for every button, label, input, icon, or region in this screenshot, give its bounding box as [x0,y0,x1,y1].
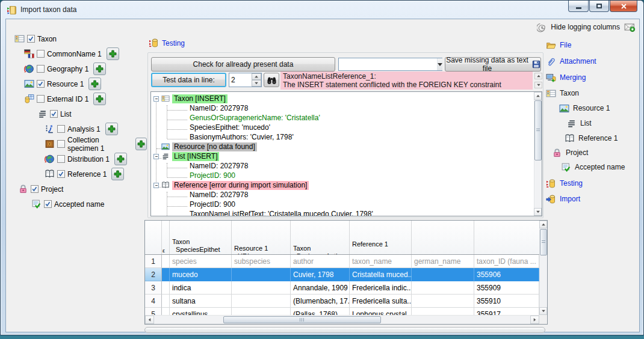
spinner-up-button[interactable] [252,73,261,80]
analysis-checkbox[interactable] [57,125,65,133]
combobox-dropdown-button[interactable] [437,58,442,70]
error-scroll-up-button[interactable] [534,73,542,79]
grid-horizontal-scrollbar[interactable] [145,315,539,324]
grid-cell[interactable]: Annandale, 1909 [291,281,350,295]
table-row[interactable]: 3 indica Annandale, 1909 Fredericella in… [145,281,539,295]
check-present-data-button[interactable]: Check for allready present data [151,57,335,72]
grid-header-cell[interactable] [474,221,539,254]
grid-cell[interactable]: subspecies [232,255,291,268]
list-checkbox[interactable] [50,110,58,118]
sim-leaf[interactable]: TaxonNameListRefText: 'Cristatella muced… [151,209,533,216]
add-distribution-button[interactable] [114,153,127,165]
grid-cell[interactable]: 355906 [474,268,539,281]
sim-leaf[interactable]: SpeciesEpithet: 'mucedo' [151,123,533,132]
grid-cell[interactable]: indica [170,281,232,295]
add-collection-specimen-button[interactable] [135,138,147,150]
grid-cell[interactable] [412,268,474,281]
sim-leaf[interactable]: ProjectID: 900 [151,200,533,209]
sidebar-item-list[interactable]: List [566,117,592,129]
sim-node-list[interactable]: List [INSERT] [151,151,533,161]
table-row-selected[interactable]: 2 mucedo Cuvier, 1798 Cristatella muced.… [145,268,539,281]
grid-cell[interactable]: Lophopus crystal... [350,308,412,315]
grid-cell[interactable] [232,281,291,295]
grid-cell[interactable]: Fredericella sulta... [350,295,412,308]
accepted-name-checkbox[interactable] [44,200,52,208]
row-number[interactable]: 5 [145,308,162,315]
grid-cell[interactable] [232,268,291,281]
scrollbar-thumb[interactable] [223,316,381,323]
grid-cell[interactable]: 355910 [474,295,539,308]
sim-leaf[interactable]: BasionymAuthors: 'Cuvier, 1798' [151,132,533,142]
grid-header-cell[interactable]: Reference 1TaxonNameListRef [350,221,412,254]
save-missing-data-button[interactable]: Save missing data as text file [445,57,541,72]
grid-cell[interactable]: Cristatella muced... [350,268,412,281]
grid-header-cell[interactable]: Taxon SpeciesEpithetReference 1 Referenc… [170,221,232,254]
sim-node-resource[interactable]: Resource [no data found] [151,142,533,151]
line-number-input[interactable] [229,73,249,87]
search-binoculars-button[interactable] [264,73,279,87]
sim-leaf[interactable]: NameID: 2027978 [151,103,533,113]
sidebar-item-testing[interactable]: Testing [546,177,583,189]
present-data-combobox-input[interactable] [339,58,437,70]
sidebar-item-accepted-name[interactable]: Accepted name [561,161,625,173]
scroll-up-button[interactable] [539,221,547,228]
add-reference-button[interactable] [111,168,124,180]
simulation-tree-scrollbar[interactable] [534,92,542,216]
distribution-checkbox[interactable] [57,155,65,163]
sidebar-item-file[interactable]: File [546,39,571,51]
sim-leaf[interactable]: GenusOrSupragenericName: 'Cristatella' [151,113,533,123]
grid-cell[interactable]: (Blumenbach, 17... [291,295,350,308]
sidebar-item-taxon[interactable]: Taxon [546,87,579,99]
sidebar-item-attachment[interactable]: Attachment [546,55,596,67]
reference-checkbox[interactable] [57,170,65,178]
minimize-button[interactable] [568,1,589,12]
table-row[interactable]: 1 species subspecies author taxon_name g… [145,255,539,268]
grid-cell[interactable]: german_name [412,255,474,268]
sidebar-item-import[interactable]: Import [546,193,580,205]
sim-node-taxon[interactable]: Taxon [INSERT] [151,94,533,103]
add-geography-button[interactable] [93,63,106,75]
grid-cell[interactable] [232,295,291,308]
present-data-combobox[interactable] [338,58,442,71]
error-scroll-down-button[interactable] [534,82,542,88]
scroll-down-button[interactable] [534,208,542,216]
test-data-in-line-button[interactable]: Test data in line: [151,73,226,87]
sim-leaf[interactable]: ProjectID: 900 [151,171,533,180]
grid-cell[interactable]: crystallinus [170,308,232,315]
commonname-checkbox[interactable] [37,50,45,58]
scrollbar-thumb[interactable] [534,100,542,160]
grid-cell[interactable]: author [291,255,350,268]
row-number[interactable]: 1 [145,255,162,268]
close-button[interactable] [610,1,637,12]
grid-cell[interactable]: sultana [170,295,232,308]
grid-cell[interactable]: (Pallas, 1768) [291,308,350,315]
grid-vertical-scrollbar[interactable] [539,221,547,315]
grid-cell[interactable] [412,281,474,295]
titlebar[interactable]: Import taxon data [1,1,643,19]
scroll-down-button[interactable] [539,307,547,315]
collapse-expander-icon[interactable] [153,96,159,102]
geography-checkbox[interactable] [37,65,45,73]
sim-node-reference[interactable]: Reference [error during import simulatio… [151,180,533,190]
add-analysis-button[interactable] [105,123,118,135]
scroll-left-button[interactable] [145,316,154,324]
project-checkbox[interactable] [31,185,39,193]
grid-header-cell[interactable]: ε [162,221,170,254]
row-number[interactable]: 3 [145,281,162,295]
spinner-down-button[interactable] [252,80,261,87]
grid-header-cell[interactable]: Taxon BasionymAuthors [291,221,350,254]
table-row[interactable]: 4 sultana (Blumenbach, 17... Fredericell… [145,295,539,308]
row-number[interactable]: 4 [145,295,162,308]
collapse-expander-icon[interactable] [153,154,159,159]
grid-cell[interactable]: 355909 [474,281,539,295]
grid-cell[interactable]: mucedo [170,268,232,281]
mail-feedback-icon[interactable] [624,22,636,32]
sidebar-item-project[interactable]: Project [552,147,588,159]
add-commonname-button[interactable] [107,47,119,60]
table-row[interactable]: 5 crystallinus (Pallas, 1768) Lophopus c… [145,308,539,315]
grid-header-cell[interactable]: Resource 1 URI [232,221,291,254]
sidebar-item-merging[interactable]: Merging [546,72,586,84]
sim-leaf[interactable]: NameID: 2027978 [151,161,533,171]
grid-cell[interactable]: Fredericella indic... [350,281,412,295]
grid-cell[interactable]: species [170,255,232,268]
